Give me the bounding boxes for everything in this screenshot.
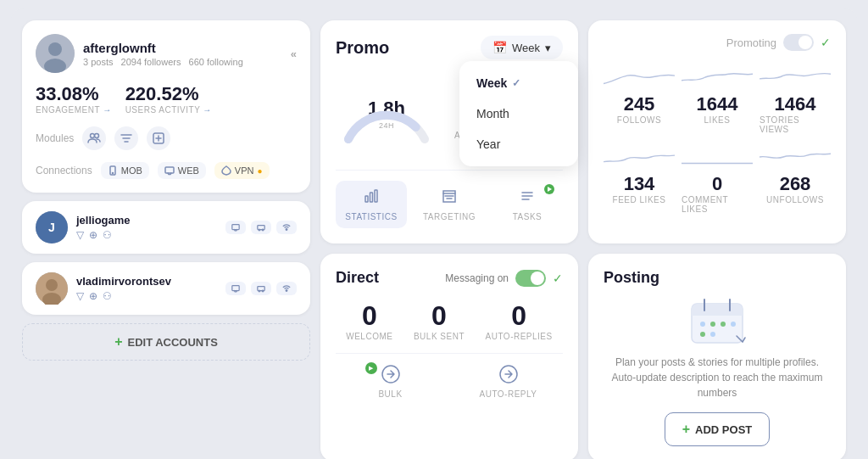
svg-point-17	[46, 279, 58, 291]
direct-stat-welcome: 0 WELCOME	[346, 300, 392, 341]
jelliogame-chip-web	[225, 221, 246, 234]
calendar-icon: 📅	[492, 41, 507, 54]
collapse-button[interactable]: «	[291, 48, 297, 60]
dropdown-week[interactable]: Week ✓	[459, 68, 578, 98]
direct-stat-auto-replies: 0 AUTO-REPLIES	[486, 300, 553, 341]
direct-title: Direct	[336, 269, 379, 287]
engagement-value: 33.08%	[36, 83, 112, 105]
promo-tabs: STATISTICS TARGETING	[336, 170, 563, 228]
stats-number: 245	[624, 93, 655, 115]
tasks-icon	[519, 188, 536, 209]
promo-stats-header: Promoting ✓	[604, 34, 831, 51]
messaging-toggle[interactable]	[515, 270, 546, 287]
svg-rect-24	[365, 196, 368, 202]
svg-point-4	[95, 134, 99, 138]
add-post-button[interactable]: + ADD POST	[665, 412, 771, 446]
account-vladimirvorontsev[interactable]: vladimirvorontsev ▽ ⊕ ⚇	[22, 262, 310, 315]
direct-stat-bulk sent: 0 BULK SENT	[414, 300, 465, 341]
engagement-label: ENGAGEMENT →	[36, 105, 112, 115]
modules-label: Modules	[36, 132, 74, 144]
direct-header: Direct Messaging on ✓	[336, 269, 563, 287]
direct-action-auto-reply[interactable]: AUTO-REPLY	[453, 364, 563, 399]
messaging-check-icon: ✓	[553, 271, 563, 285]
tab-statistics[interactable]: STATISTICS	[336, 181, 407, 228]
stats-label: STORIES VIEWS	[760, 115, 831, 134]
profile-stats-row: 33.08% ENGAGEMENT → 220.52% USERS ACTIVI…	[36, 83, 297, 115]
direct-stat-value: 0	[486, 300, 553, 332]
engagement-arrow: →	[103, 105, 112, 115]
activity-stat: 220.52% USERS ACTIVITY →	[125, 83, 212, 115]
stats-number: 1464	[775, 93, 816, 115]
add-post-plus-icon: +	[682, 422, 690, 437]
edit-accounts-button[interactable]: + EDIT ACCOUNTS	[22, 323, 310, 361]
svg-point-35	[721, 322, 726, 327]
promo-card: Promo 📅 Week ▾ Week ✓ Month Year	[320, 20, 578, 243]
jelliogame-chip-wifi	[276, 221, 297, 234]
activity-label: USERS ACTIVITY →	[125, 105, 212, 115]
jelliogame-icon-add: ⊕	[89, 229, 97, 241]
tab-tasks[interactable]: TASKS	[492, 181, 563, 228]
account-jelliogame[interactable]: J jelliogame ▽ ⊕ ⚇	[22, 201, 310, 254]
vladimirvorontsev-chip-car	[251, 282, 271, 295]
dropdown-year[interactable]: Year	[459, 129, 578, 160]
action-icon-wrap: ▶	[381, 364, 401, 386]
stats-label: FOLLOWS	[617, 115, 661, 125]
stats-cell-comment-likes: 0 COMMENT LIKES	[682, 144, 753, 214]
conn-vpn: VPN ●	[214, 162, 270, 179]
direct-action-bulk[interactable]: ▶ BULK	[336, 364, 445, 399]
jelliogame-icon-filter: ▽	[76, 229, 84, 241]
add-post-label: ADD POST	[695, 423, 752, 436]
conn-web: WEB	[158, 162, 206, 179]
week-dropdown-label: Week	[512, 42, 540, 54]
activity-arrow: →	[203, 105, 212, 115]
stats-label: LIKES	[704, 115, 731, 125]
promoting-label: Promoting	[726, 36, 776, 49]
week-check-icon: ✓	[512, 77, 520, 89]
svg-marker-27	[548, 187, 552, 192]
svg-point-34	[710, 322, 715, 327]
stats-cell-stories-views: 1464 STORIES VIEWS	[760, 64, 831, 134]
promoting-toggle[interactable]	[783, 34, 814, 51]
stats-cell-feed-likes: 134 FEED LIKES	[604, 144, 675, 214]
svg-point-1	[48, 42, 62, 56]
messaging-toggle-row: Messaging on ✓	[445, 270, 563, 287]
bulk-icon	[381, 364, 401, 384]
tasks-play-badge	[544, 184, 554, 194]
gauge-container: 1.8h 24H	[336, 71, 437, 156]
play-badge: ▶	[365, 362, 377, 374]
stats-cell-likes: 1644 LIKES	[682, 64, 753, 134]
profile-meta: 3 posts 2094 followers 660 following	[83, 57, 248, 67]
svg-point-36	[731, 322, 736, 327]
dropdown-month[interactable]: Month	[459, 98, 578, 129]
edit-accounts-plus: +	[114, 334, 122, 350]
module-add-icon[interactable]	[147, 126, 170, 150]
statistics-icon	[363, 188, 380, 209]
targeting-icon	[441, 188, 458, 209]
promo-title: Promo	[336, 38, 389, 58]
direct-stat-label: AUTO-REPLIES	[486, 332, 553, 341]
direct-stat-label: WELCOME	[346, 332, 392, 341]
svg-point-7	[112, 173, 113, 174]
svg-point-15	[286, 229, 287, 231]
posting-title: Posting	[604, 269, 831, 287]
left-column: afterglownft 3 posts 2094 followers 660 …	[22, 20, 310, 459]
tab-targeting[interactable]: TARGETING	[414, 181, 485, 228]
direct-stat-value: 0	[346, 300, 392, 332]
module-filter-icon[interactable]	[114, 126, 138, 150]
stats-label: FEED LIKES	[613, 195, 666, 204]
jelliogame-avatar: J	[36, 211, 68, 243]
avatar	[36, 34, 75, 73]
vladimirvorontsev-icon-add: ⊕	[89, 290, 97, 302]
profile-card: afterglownft 3 posts 2094 followers 660 …	[22, 20, 310, 193]
vladimirvorontsev-chip-web	[225, 282, 246, 295]
svg-point-38	[710, 332, 715, 337]
week-dropdown-button[interactable]: 📅 Week ▾	[481, 36, 563, 59]
svg-rect-19	[232, 286, 239, 291]
svg-point-23	[286, 290, 287, 292]
direct-card: Direct Messaging on ✓ 0 WELCOME 0 BULK S…	[320, 254, 578, 459]
vladimirvorontsev-icon-filter: ▽	[76, 290, 84, 302]
vladimirvorontsev-chip-wifi	[276, 282, 297, 295]
promo-header: Promo 📅 Week ▾	[336, 36, 563, 59]
svg-point-33	[700, 322, 705, 327]
module-people-icon[interactable]	[82, 126, 106, 150]
